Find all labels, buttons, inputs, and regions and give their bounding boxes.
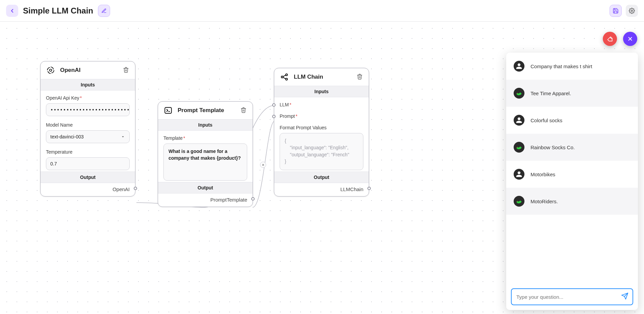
clear-chat-button[interactable] bbox=[603, 32, 617, 46]
chat-panel: Company that makes t shirtTee Time Appar… bbox=[506, 53, 638, 310]
edge-delete-button[interactable]: ✕ bbox=[260, 162, 266, 168]
chat-message-text: MotoRiders. bbox=[531, 199, 558, 204]
openai-model-label: Model Name bbox=[46, 122, 130, 128]
chevron-down-icon bbox=[121, 134, 125, 139]
chain-llm-label: LLM* bbox=[280, 102, 363, 107]
openai-model-value: text-davinci-003 bbox=[50, 134, 84, 139]
page-title: Simple LLM Chain bbox=[23, 6, 93, 16]
chat-message: Motorbikes bbox=[506, 161, 638, 188]
delete-node-button[interactable] bbox=[357, 74, 363, 80]
chat-message-text: Company that makes t shirt bbox=[531, 63, 592, 69]
flow-canvas[interactable]: ✕ OpenAI Inputs OpenAI Api Key* bbox=[0, 22, 644, 314]
node-prompt-template[interactable]: Prompt Template Inputs Template* What is… bbox=[158, 101, 253, 207]
close-icon bbox=[627, 36, 633, 42]
openai-output-name: OpenAI bbox=[41, 183, 135, 196]
svg-point-12 bbox=[518, 93, 518, 94]
send-button[interactable] bbox=[621, 292, 628, 301]
close-chat-button[interactable] bbox=[623, 32, 637, 46]
chain-fpv-input[interactable]: { "input_language": "English", "output_l… bbox=[280, 133, 363, 170]
chain-output-name: LLMChain bbox=[274, 183, 369, 196]
edit-title-button[interactable] bbox=[98, 5, 110, 17]
chat-message: Company that makes t shirt bbox=[506, 53, 638, 80]
pencil-icon bbox=[101, 8, 107, 14]
svg-line-7 bbox=[283, 75, 286, 77]
inputs-section-label: Inputs bbox=[41, 79, 135, 90]
openai-temperature-label: Temperature bbox=[46, 149, 130, 155]
delete-node-button[interactable] bbox=[240, 107, 247, 114]
chain-icon bbox=[280, 72, 289, 82]
chat-message: Colorful socks bbox=[506, 107, 638, 134]
node-llm-chain[interactable]: LLM Chain Inputs LLM* Prompt* Format Pro… bbox=[274, 68, 369, 197]
chat-input[interactable] bbox=[511, 288, 633, 305]
settings-button[interactable] bbox=[626, 5, 638, 17]
prompt-template-label: Template* bbox=[163, 135, 247, 141]
input-port-prompt[interactable] bbox=[272, 115, 276, 118]
prompt-output-name: PromptTemplate bbox=[158, 193, 253, 207]
trash-icon bbox=[240, 107, 247, 113]
openai-apikey-input[interactable]: ••••••••••••••••••••••••••••••••••••••••… bbox=[46, 103, 130, 116]
chat-message-text: Rainbow Socks Co. bbox=[531, 145, 575, 150]
chat-message-text: Colorful socks bbox=[531, 117, 562, 123]
user-avatar-icon bbox=[514, 169, 524, 180]
user-avatar-icon bbox=[514, 61, 524, 72]
bot-avatar-icon bbox=[514, 142, 524, 153]
output-section-label: Output bbox=[274, 172, 369, 183]
gear-icon bbox=[629, 8, 635, 14]
openai-temperature-input[interactable]: 0.7 bbox=[46, 157, 130, 170]
chat-message-list[interactable]: Company that makes t shirtTee Time Appar… bbox=[506, 53, 638, 284]
bot-avatar-icon bbox=[514, 88, 524, 99]
chevron-left-icon bbox=[9, 8, 15, 14]
output-section-label: Output bbox=[158, 182, 253, 193]
inputs-section-label: Inputs bbox=[158, 119, 253, 131]
node-openai[interactable]: OpenAI Inputs OpenAI Api Key* ••••••••••… bbox=[40, 61, 135, 197]
chat-message: Rainbow Socks Co. bbox=[506, 134, 638, 161]
chain-prompt-label: Prompt* bbox=[280, 113, 363, 119]
svg-point-0 bbox=[631, 10, 633, 11]
send-icon bbox=[621, 292, 628, 300]
eraser-icon bbox=[607, 35, 613, 42]
chat-message: MotoRiders. bbox=[506, 188, 638, 215]
svg-point-14 bbox=[518, 201, 518, 202]
bot-avatar-icon bbox=[514, 196, 524, 207]
trash-icon bbox=[357, 74, 363, 80]
chat-message-text: Tee Time Apparel. bbox=[531, 90, 571, 96]
svg-rect-2 bbox=[165, 107, 172, 113]
close-icon: ✕ bbox=[262, 163, 264, 167]
openai-icon bbox=[46, 66, 55, 75]
output-section-label: Output bbox=[41, 172, 135, 183]
openai-model-select[interactable]: text-davinci-003 bbox=[46, 130, 130, 143]
svg-point-1 bbox=[50, 69, 52, 72]
node-prompt-title: Prompt Template bbox=[178, 107, 224, 114]
output-port[interactable] bbox=[134, 187, 137, 190]
trash-icon bbox=[123, 67, 129, 73]
prompt-template-input[interactable]: What is a good name for a company that m… bbox=[163, 143, 247, 181]
node-chain-title: LLM Chain bbox=[294, 74, 323, 80]
inputs-section-label: Inputs bbox=[274, 86, 369, 97]
openai-apikey-label: OpenAI Api Key* bbox=[46, 95, 130, 101]
chat-message: Tee Time Apparel. bbox=[506, 80, 638, 107]
save-button[interactable] bbox=[610, 5, 622, 17]
back-button[interactable] bbox=[6, 5, 18, 17]
app-header: Simple LLM Chain bbox=[0, 0, 644, 22]
save-icon bbox=[613, 8, 619, 14]
input-port-llm[interactable] bbox=[272, 103, 276, 107]
delete-node-button[interactable] bbox=[123, 67, 130, 74]
output-port[interactable] bbox=[251, 197, 255, 201]
output-port[interactable] bbox=[367, 187, 371, 190]
node-openai-title: OpenAI bbox=[60, 67, 80, 74]
user-avatar-icon bbox=[514, 115, 524, 126]
terminal-icon bbox=[163, 106, 173, 115]
chat-input-field[interactable] bbox=[516, 294, 618, 300]
chat-message-text: Motorbikes bbox=[531, 172, 555, 177]
svg-point-13 bbox=[518, 147, 518, 148]
chain-fpv-label: Format Prompt Values bbox=[280, 125, 363, 130]
svg-line-8 bbox=[283, 77, 286, 79]
